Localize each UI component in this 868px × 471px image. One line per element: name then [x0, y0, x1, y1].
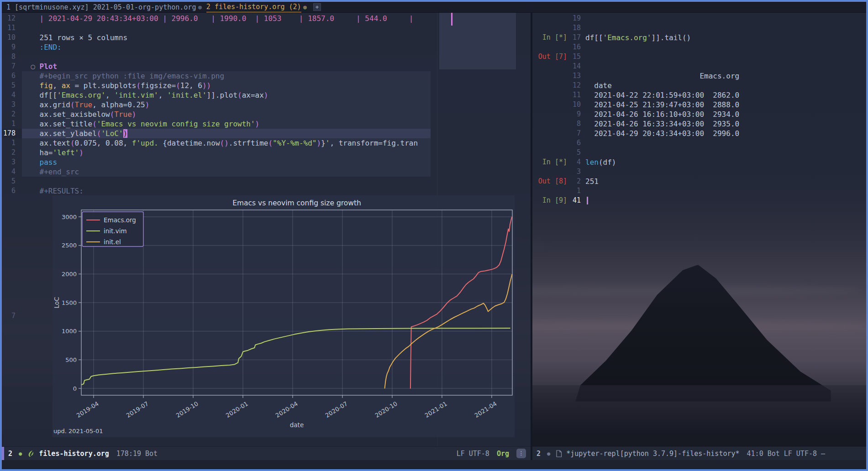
line-number: 178	[2, 129, 22, 138]
cell-marker	[532, 138, 567, 148]
svg-text:2000: 2000	[62, 271, 77, 277]
line-number: 3	[567, 167, 585, 177]
svg-text:2019-04: 2019-04	[75, 400, 100, 419]
cell-marker	[532, 186, 567, 196]
line-text: | 2021-04-29 20:43:34+03:00 | 2996.0 | 1…	[22, 14, 431, 23]
line-number: 1	[567, 186, 585, 196]
svg-text:500: 500	[65, 356, 77, 363]
repl-line: 7 2021-04-29 20:43:34+03:00 2996.0	[532, 129, 866, 138]
line-text	[22, 177, 431, 186]
repl-line: 5	[532, 148, 866, 157]
tab-close-icon[interactable]: ⊗	[198, 4, 201, 11]
line-text: 2021-04-26 16:33:34+03:00 2935.0	[585, 119, 739, 129]
buffer-line: 1 ax.set_title('Emacs vs neovim config s…	[2, 119, 531, 129]
line-number: 5	[2, 177, 22, 186]
svg-text:LoC: LoC	[53, 297, 60, 309]
line-text: 2021-04-25 21:39:47+03:00 2888.0	[585, 100, 739, 110]
window-number: 2	[537, 450, 541, 458]
repl-line: 9 2021-04-26 16:16:10+03:00 2934.0	[532, 110, 866, 119]
svg-text:2020-01: 2020-01	[225, 400, 249, 419]
line-number: 15	[567, 52, 585, 62]
svg-text:1000: 1000	[62, 328, 77, 335]
repl-line: 19	[532, 14, 866, 23]
modeline-repl: 2 ● *jupyter-repl[python 3.7.9]-files-hi…	[532, 446, 866, 460]
cell-marker	[532, 148, 567, 157]
line-number: 1	[2, 119, 22, 129]
line-number: 2	[2, 110, 22, 119]
cell-marker	[532, 14, 567, 23]
line-number: 2	[2, 148, 22, 157]
jupyter-repl-buffer[interactable]: 1918In [*]17df[['Emacs.org']].tail()16Ou…	[532, 14, 866, 205]
line-number: 7	[567, 129, 585, 138]
line-text: #+end_src	[22, 167, 431, 177]
line-number: 14	[567, 62, 585, 71]
tab[interactable]: 2 files-history.org (2)⊗	[206, 2, 307, 13]
emacs-frame: 1 [sqrtminusone.xyz] 2021-05-01-org-pyth…	[0, 0, 868, 471]
checker-badge-icon[interactable]: ⋮	[516, 449, 526, 458]
repl-line: 3	[532, 167, 866, 177]
line-text: df[['Emacs.org']].tail()	[585, 33, 691, 42]
repl-line: 14	[532, 62, 866, 71]
buffer-line: 3 pass	[2, 157, 531, 167]
org-buffer[interactable]: 12 | 2021-04-29 20:43:34+03:00 | 2996.0 …	[2, 14, 531, 196]
tab[interactable]: 1 [sqrtminusone.xyz] 2021-05-01-org-pyth…	[6, 2, 202, 13]
window-divider[interactable]	[531, 13, 532, 469]
line-text: #+begin_src python :file img/emacs-vim.p…	[22, 71, 431, 81]
line-text: :END:	[22, 42, 431, 52]
line-number: 11	[567, 90, 585, 100]
new-tab-button[interactable]: +	[313, 3, 321, 11]
inline-result-chart: 0500100015002000250030002019-042019-0720…	[53, 195, 515, 437]
tab-close-icon[interactable]: ⊗	[303, 4, 307, 11]
buffer-line: 6 #+RESULTS:	[2, 186, 531, 196]
echo-area[interactable]	[2, 460, 866, 469]
svg-text:2020-10: 2020-10	[374, 400, 399, 419]
line-text: #+RESULTS:	[22, 186, 431, 196]
cell-marker: Out [7]	[532, 52, 567, 62]
svg-text:init.vim: init.vim	[104, 227, 127, 235]
line-number: 16	[567, 42, 585, 52]
line-number: 3	[2, 100, 22, 110]
repl-line: 8 2021-04-26 16:33:34+03:00 2935.0	[532, 119, 866, 129]
line-number: 8	[567, 119, 585, 129]
line-number: 1	[2, 138, 22, 148]
image-line-number: 7	[2, 312, 22, 320]
line-text: df[['Emacs.org', 'init.vim', 'init.el']]…	[22, 90, 431, 100]
window-number: 2	[8, 450, 12, 458]
line-text: ax.set_axisbelow(True)	[22, 110, 431, 119]
line-number: 7	[2, 62, 22, 71]
scroll-position: Bot	[768, 450, 780, 458]
cell-marker	[532, 23, 567, 33]
major-mode[interactable]: Org	[497, 450, 509, 458]
cell-marker	[532, 81, 567, 90]
line-number: 17	[567, 33, 585, 42]
buffer-line: 1 ax.text(0.075, 0.08, f'upd. {datetime.…	[2, 138, 531, 148]
line-number: 9	[567, 110, 585, 119]
buffer-name[interactable]: *jupyter-repl[python 3.7.9]-files-histor…	[566, 450, 739, 458]
line-number: 19	[567, 14, 585, 23]
repl-line: In [*]4len(df)	[532, 157, 866, 167]
line-number: 18	[567, 23, 585, 33]
line-text: date	[585, 81, 612, 90]
tab-bar: 1 [sqrtminusone.xyz] 2021-05-01-org-pyth…	[2, 2, 866, 13]
cursor-position: 41:0	[747, 450, 763, 458]
line-text: pass	[22, 157, 431, 167]
cell-marker	[532, 119, 567, 129]
repl-line: Out [8]2251	[532, 177, 866, 186]
cell-marker	[532, 62, 567, 71]
eol-indicator: LF	[784, 450, 792, 458]
svg-text:upd. 2021-05-01: upd. 2021-05-01	[53, 428, 103, 434]
cell-marker: In [*]	[532, 157, 567, 167]
repl-line: Out [7]15	[532, 52, 866, 62]
svg-text:Emacs.org: Emacs.org	[104, 216, 136, 224]
line-text	[22, 52, 431, 62]
svg-text:date: date	[290, 421, 304, 429]
line-text: len(df)	[585, 157, 616, 167]
buffer-line: 178 ax.set_ylabel('LoC')	[2, 129, 531, 138]
cursor-position: 178:19	[116, 450, 141, 458]
repl-line: 18	[532, 23, 866, 33]
line-number: 9	[2, 42, 22, 52]
svg-text:1500: 1500	[62, 299, 77, 306]
buffer-name[interactable]: files-history.org	[39, 450, 109, 458]
repl-line: In [*]17df[['Emacs.org']].tail()	[532, 33, 866, 42]
line-text: ax.set_title('Emacs vs neovim config siz…	[22, 119, 431, 129]
